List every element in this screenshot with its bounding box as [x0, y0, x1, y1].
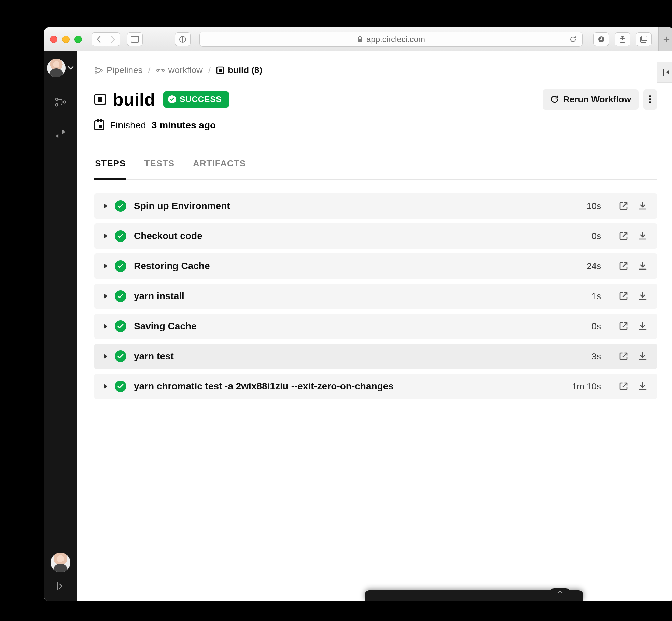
step-duration: 3s — [592, 351, 601, 362]
step-row[interactable]: Checkout code 0s — [94, 223, 657, 249]
step-duration: 1m 10s — [572, 381, 601, 392]
close-window-button[interactable] — [50, 36, 57, 43]
breadcrumb-label: build (8) — [228, 65, 262, 75]
open-external-icon[interactable] — [619, 291, 628, 301]
step-duration: 10s — [587, 201, 601, 211]
success-icon — [115, 200, 126, 212]
kebab-icon — [649, 95, 652, 104]
caret-right-icon — [104, 384, 107, 389]
step-name: Checkout code — [134, 231, 202, 242]
breadcrumb-pipelines[interactable]: Pipelines — [94, 65, 143, 75]
step-duration: 1s — [592, 291, 601, 302]
download-icon[interactable] — [638, 351, 647, 361]
open-external-icon[interactable] — [619, 201, 628, 211]
open-external-icon[interactable] — [619, 231, 628, 241]
main-content: Pipelines / workflow / build (8) — [77, 51, 672, 601]
pipelines-nav-icon[interactable] — [54, 95, 67, 109]
reload-button[interactable] — [569, 36, 577, 43]
divider — [51, 118, 70, 118]
download-icon[interactable] — [638, 201, 647, 211]
success-icon — [115, 381, 126, 392]
app-frame: Pipelines / workflow / build (8) — [44, 51, 672, 601]
org-switcher[interactable] — [47, 59, 74, 77]
step-row[interactable]: Restoring Cache 24s — [94, 253, 657, 279]
step-row[interactable]: Spin up Environment 10s — [94, 193, 657, 219]
minimize-window-button[interactable] — [62, 36, 70, 43]
rerun-workflow-button[interactable]: Rerun Workflow — [543, 89, 639, 110]
workflows-nav-icon[interactable] — [54, 127, 67, 141]
privacy-button[interactable] — [175, 32, 191, 46]
tab-tests[interactable]: TESTS — [143, 158, 175, 179]
finished-row: Finished 3 minutes ago — [94, 120, 657, 131]
finished-prefix: Finished — [110, 120, 146, 131]
sidebar-toggle-button[interactable] — [127, 32, 143, 46]
user-avatar[interactable] — [51, 553, 70, 572]
step-row[interactable]: yarn install 1s — [94, 284, 657, 309]
open-external-icon[interactable] — [619, 351, 628, 361]
svg-point-13 — [95, 67, 97, 69]
avatar — [47, 59, 66, 77]
svg-rect-7 — [642, 36, 647, 41]
success-icon — [115, 350, 126, 362]
bottom-drawer[interactable] — [365, 590, 583, 601]
download-icon[interactable] — [638, 261, 647, 271]
more-actions-button[interactable] — [643, 89, 657, 110]
maximize-window-button[interactable] — [74, 36, 82, 43]
svg-point-21 — [649, 98, 651, 100]
svg-point-15 — [100, 69, 102, 71]
step-actions — [619, 382, 647, 391]
download-icon[interactable] — [638, 291, 647, 301]
job-icon — [94, 94, 106, 105]
step-actions — [619, 351, 647, 361]
open-external-icon[interactable] — [619, 321, 628, 331]
caret-right-icon — [104, 354, 107, 359]
step-actions — [619, 201, 647, 211]
status-badge: SUCCESS — [163, 91, 229, 108]
tabs-button[interactable] — [636, 32, 652, 46]
address-bar[interactable]: app.circleci.com — [199, 32, 583, 47]
breadcrumb-label: workflow — [168, 65, 203, 75]
url-host: app.circleci.com — [366, 34, 425, 44]
expand-sidebar-button[interactable] — [56, 581, 65, 591]
downloads-button[interactable] — [593, 32, 609, 46]
back-button[interactable] — [92, 32, 106, 46]
breadcrumb: Pipelines / workflow / build (8) — [94, 65, 657, 75]
toolbar-right — [591, 32, 652, 46]
download-icon[interactable] — [638, 231, 647, 241]
rerun-icon — [550, 95, 559, 104]
step-row[interactable]: yarn chromatic test -a 2wix88i1ziu --exi… — [94, 374, 657, 399]
svg-point-8 — [56, 98, 58, 101]
steps-list: Spin up Environment 10s Checkout code 0s — [94, 193, 657, 399]
step-duration: 0s — [592, 321, 601, 332]
step-name: yarn chromatic test -a 2wix88i1ziu --exi… — [134, 381, 394, 392]
collapse-panel-button[interactable] — [657, 62, 672, 83]
breadcrumb-separator: / — [148, 65, 151, 75]
open-external-icon[interactable] — [619, 261, 628, 271]
share-button[interactable] — [615, 32, 630, 46]
caret-right-icon — [104, 323, 107, 329]
step-name: Saving Cache — [134, 321, 197, 332]
download-icon[interactable] — [638, 321, 647, 331]
breadcrumb-workflow[interactable]: workflow — [156, 65, 203, 75]
download-icon[interactable] — [638, 382, 647, 391]
forward-button[interactable] — [106, 32, 120, 46]
svg-point-10 — [63, 101, 66, 104]
svg-point-14 — [95, 71, 97, 73]
rerun-label: Rerun Workflow — [563, 94, 631, 105]
svg-rect-19 — [219, 69, 222, 72]
step-row[interactable]: yarn test 3s — [94, 344, 657, 369]
svg-point-17 — [162, 69, 164, 71]
breadcrumb-label: Pipelines — [107, 65, 143, 75]
svg-rect-4 — [358, 39, 362, 42]
new-tab-button[interactable] — [658, 27, 672, 51]
svg-point-20 — [649, 95, 651, 97]
step-row[interactable]: Saving Cache 0s — [94, 314, 657, 339]
svg-point-22 — [649, 101, 651, 104]
tab-artifacts[interactable]: ARTIFACTS — [192, 158, 247, 179]
browser-toolbar: app.circleci.com — [44, 27, 672, 51]
tab-steps[interactable]: STEPS — [94, 158, 126, 180]
chevron-up-icon — [550, 588, 570, 596]
step-name: yarn install — [134, 291, 184, 302]
caret-right-icon — [104, 263, 107, 269]
open-external-icon[interactable] — [619, 382, 628, 391]
